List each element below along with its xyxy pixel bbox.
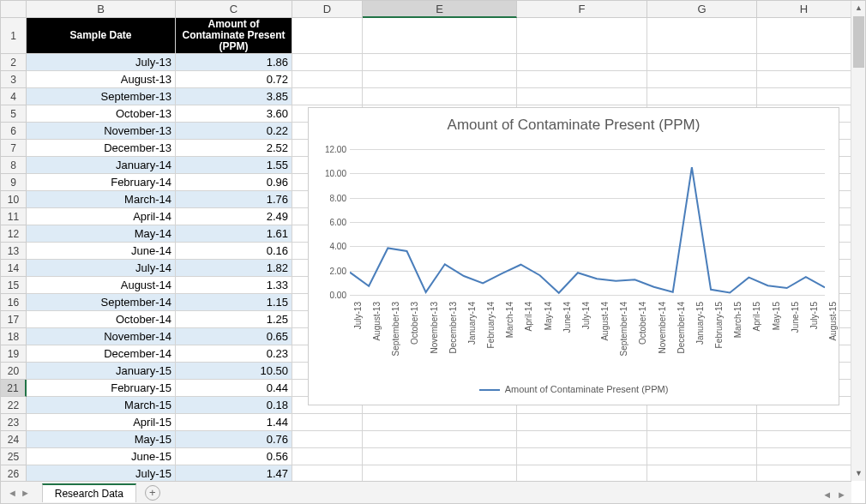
- cell[interactable]: [292, 431, 363, 448]
- spreadsheet-grid[interactable]: B C D E F G H 1 Sample Date Amount of Co…: [1, 1, 851, 481]
- cell-sample-date[interactable]: October-13: [27, 105, 176, 123]
- row-number[interactable]: 17: [1, 311, 27, 328]
- cell-amount-ppm[interactable]: 0.72: [176, 71, 292, 88]
- cell[interactable]: [363, 54, 517, 71]
- tab-next-icon[interactable]: ►: [21, 488, 30, 498]
- cell-sample-date[interactable]: January-14: [27, 157, 176, 174]
- row-number[interactable]: 21: [1, 380, 27, 397]
- cell-amount-ppm[interactable]: 1.15: [176, 294, 292, 311]
- cell-amount-ppm[interactable]: 1.44: [176, 414, 292, 431]
- cell-amount-ppm[interactable]: 1.47: [176, 465, 292, 481]
- tab-prev-icon[interactable]: ◄: [8, 488, 17, 498]
- cell[interactable]: [363, 448, 517, 465]
- row-number[interactable]: 13: [1, 243, 27, 260]
- cell[interactable]: [292, 71, 363, 88]
- cell[interactable]: [647, 414, 757, 431]
- cell[interactable]: [757, 414, 851, 431]
- cell[interactable]: [517, 414, 647, 431]
- row-number[interactable]: 19: [1, 345, 27, 363]
- cell-amount-ppm[interactable]: 1.61: [176, 225, 292, 243]
- cell-sample-date[interactable]: February-14: [27, 174, 176, 191]
- hscroll-left-icon[interactable]: ◄: [822, 489, 832, 500]
- col-header-G[interactable]: G: [647, 1, 757, 18]
- col-header-D[interactable]: D: [292, 1, 363, 18]
- cell-amount-ppm[interactable]: 10.50: [176, 363, 292, 380]
- cell[interactable]: [647, 18, 757, 54]
- cell-amount-ppm[interactable]: 0.96: [176, 174, 292, 191]
- cell-amount-ppm[interactable]: 0.76: [176, 431, 292, 448]
- row-number[interactable]: 24: [1, 431, 27, 448]
- row-number[interactable]: 25: [1, 448, 27, 465]
- cell[interactable]: [363, 414, 517, 431]
- cell[interactable]: [517, 88, 647, 105]
- cell-sample-date[interactable]: November-13: [27, 123, 176, 140]
- cell-sample-date[interactable]: September-14: [27, 294, 176, 311]
- cell-sample-date[interactable]: August-14: [27, 277, 176, 294]
- row-number[interactable]: 12: [1, 225, 27, 243]
- col-header-E[interactable]: E: [363, 1, 517, 18]
- cell-sample-date[interactable]: March-14: [27, 191, 176, 208]
- cell[interactable]: [647, 88, 757, 105]
- cell-amount-ppm[interactable]: 0.16: [176, 243, 292, 260]
- row-number[interactable]: 3: [1, 71, 27, 88]
- cell-sample-date[interactable]: December-14: [27, 345, 176, 363]
- cell-sample-date[interactable]: March-15: [27, 397, 176, 414]
- cell-amount-ppm[interactable]: 0.18: [176, 397, 292, 414]
- row-number[interactable]: 7: [1, 140, 27, 157]
- cell-amount-ppm[interactable]: 2.49: [176, 208, 292, 225]
- cell-sample-date[interactable]: July-14: [27, 260, 176, 277]
- cell-amount-ppm[interactable]: 0.44: [176, 380, 292, 397]
- scroll-thumb[interactable]: [853, 16, 864, 68]
- row-number[interactable]: 1: [1, 18, 27, 54]
- cell[interactable]: [647, 71, 757, 88]
- cell-sample-date[interactable]: May-15: [27, 431, 176, 448]
- cell[interactable]: [363, 71, 517, 88]
- row-number[interactable]: 20: [1, 363, 27, 380]
- cell-sample-date[interactable]: October-14: [27, 311, 176, 328]
- cell[interactable]: [292, 465, 363, 481]
- row-number[interactable]: 10: [1, 191, 27, 208]
- embedded-chart[interactable]: Amount of Contaminate Present (PPM) 0.00…: [308, 107, 839, 405]
- cell[interactable]: [363, 465, 517, 481]
- cell-sample-date[interactable]: July-13: [27, 54, 176, 71]
- cell-sample-date[interactable]: April-14: [27, 208, 176, 225]
- row-number[interactable]: 18: [1, 328, 27, 345]
- cell[interactable]: [517, 71, 647, 88]
- row-number[interactable]: 6: [1, 123, 27, 140]
- cell[interactable]: [292, 18, 363, 54]
- cell-amount-ppm[interactable]: 0.23: [176, 345, 292, 363]
- row-number[interactable]: 9: [1, 174, 27, 191]
- row-number[interactable]: 16: [1, 294, 27, 311]
- col-header-C[interactable]: C: [176, 1, 292, 18]
- cell[interactable]: [757, 71, 851, 88]
- cell-sample-date[interactable]: January-15: [27, 363, 176, 380]
- cell-amount-ppm[interactable]: 3.60: [176, 105, 292, 123]
- cell-amount-ppm[interactable]: 1.76: [176, 191, 292, 208]
- cell-amount-ppm[interactable]: 2.52: [176, 140, 292, 157]
- cell-amount-ppm[interactable]: 1.82: [176, 260, 292, 277]
- cell[interactable]: [517, 465, 647, 481]
- row-number[interactable]: 2: [1, 54, 27, 71]
- row-number[interactable]: 15: [1, 277, 27, 294]
- cell[interactable]: [517, 18, 647, 54]
- cell-amount-ppm[interactable]: 1.25: [176, 311, 292, 328]
- cell-sample-date[interactable]: November-14: [27, 328, 176, 345]
- row-number[interactable]: 23: [1, 414, 27, 431]
- cell-sample-date[interactable]: September-13: [27, 88, 176, 105]
- cell[interactable]: [757, 18, 851, 54]
- row-number[interactable]: 11: [1, 208, 27, 225]
- scroll-up-icon[interactable]: ▲: [851, 1, 866, 15]
- cell-sample-date[interactable]: December-13: [27, 140, 176, 157]
- cell[interactable]: [517, 54, 647, 71]
- cell[interactable]: [757, 88, 851, 105]
- row-number[interactable]: 26: [1, 465, 27, 481]
- cell-amount-ppm[interactable]: 1.55: [176, 157, 292, 174]
- select-all-corner[interactable]: [1, 1, 27, 18]
- cell[interactable]: [292, 54, 363, 71]
- cell-sample-date[interactable]: May-14: [27, 225, 176, 243]
- scroll-down-icon[interactable]: ▼: [851, 466, 866, 481]
- cell-amount-ppm[interactable]: 0.65: [176, 328, 292, 345]
- row-number[interactable]: 8: [1, 157, 27, 174]
- cell[interactable]: [647, 54, 757, 71]
- cell[interactable]: [363, 18, 517, 54]
